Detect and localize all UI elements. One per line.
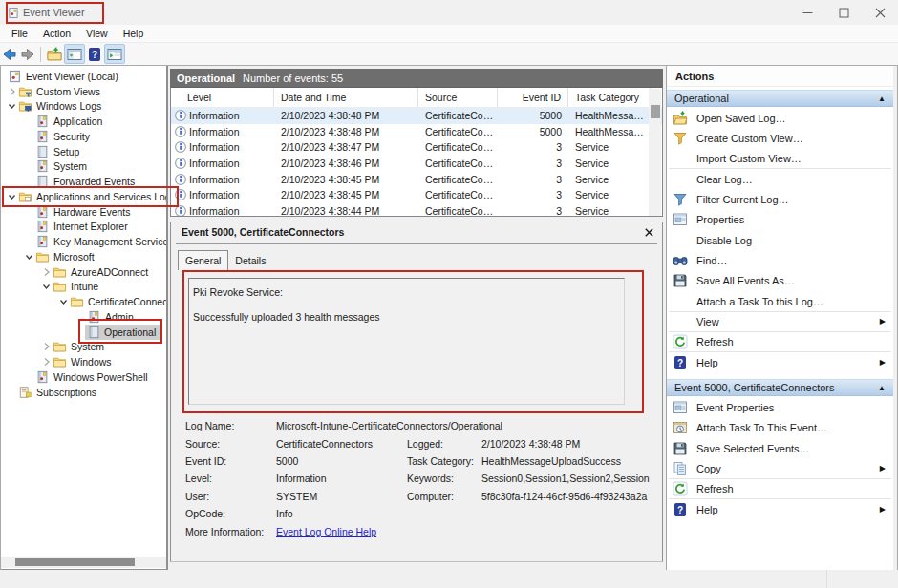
- maximize-button[interactable]: [825, 0, 862, 25]
- tree-item-forwarded-events[interactable]: Forwarded Events: [1, 174, 166, 189]
- tree-item-certificateconnectors[interactable]: CertificateConnectors: [1, 294, 166, 309]
- column-header-source[interactable]: Source: [418, 88, 498, 107]
- tree-expanded-icon[interactable]: [40, 280, 53, 293]
- action-copy[interactable]: Copy ▶: [667, 458, 893, 478]
- column-header-task[interactable]: Task Category: [568, 88, 651, 107]
- action-import-custom-view[interactable]: Import Custom View…: [667, 149, 893, 169]
- tree-expander-icon[interactable]: [23, 235, 35, 248]
- actions-section-header-operational[interactable]: Operational ▲: [667, 90, 893, 107]
- toolbar-console-tree-button[interactable]: [64, 44, 85, 64]
- action-attach-task-to-this-event[interactable]: Attach Task To This Event…: [667, 418, 893, 438]
- collapse-icon[interactable]: ▲: [878, 94, 886, 103]
- event-row[interactable]: Information 2/10/2023 4:38:45 PM Certifi…: [171, 171, 662, 187]
- preview-close-button[interactable]: [642, 225, 655, 239]
- action-save-selected-events[interactable]: Save Selected Events…: [667, 438, 893, 458]
- action-create-custom-view[interactable]: Create Custom View…: [667, 128, 893, 148]
- menu-view[interactable]: View: [84, 27, 110, 40]
- tree-expanded-icon[interactable]: [6, 99, 18, 113]
- close-button[interactable]: [862, 0, 898, 25]
- tree-horizontal-scrollbar[interactable]: [1, 556, 166, 568]
- tree-item-microsoft[interactable]: Microsoft: [1, 249, 166, 264]
- tree-expander-icon[interactable]: [23, 159, 35, 173]
- tree-item-azureadconnect[interactable]: AzureADConnect: [1, 264, 166, 280]
- tree-expander-icon[interactable]: [75, 310, 87, 324]
- tree-expander-icon[interactable]: [23, 115, 35, 128]
- tree-item-application[interactable]: Application: [1, 114, 166, 129]
- action-properties[interactable]: Properties: [667, 210, 893, 230]
- tree-item-windows[interactable]: Windows: [1, 354, 166, 369]
- action-refresh[interactable]: Refresh: [667, 332, 893, 352]
- menu-file[interactable]: File: [10, 27, 30, 40]
- tree-collapsed-icon[interactable]: [6, 85, 18, 98]
- tree-collapsed-icon[interactable]: [40, 340, 53, 353]
- action-attach-a-task-to-this-log[interactable]: Attach a Task To this Log…: [667, 291, 893, 311]
- tree-collapsed-icon[interactable]: [40, 355, 53, 368]
- action-open-saved-log[interactable]: Open Saved Log…: [667, 108, 893, 128]
- action-view[interactable]: View ▶: [667, 311, 893, 331]
- menu-action[interactable]: Action: [41, 27, 73, 40]
- tree-expanded-icon[interactable]: [23, 250, 35, 263]
- list-vertical-scrollbar[interactable]: [649, 89, 661, 216]
- tree-item-intune[interactable]: Intune: [1, 280, 166, 295]
- action-filter-current-log[interactable]: Filter Current Log…: [667, 189, 893, 209]
- event-row[interactable]: Information 2/10/2023 4:38:45 PM Certifi…: [171, 187, 662, 203]
- actions-section-header-event[interactable]: Event 5000, CertificateConnectors ▲: [667, 379, 893, 396]
- action-help[interactable]: Help ▶: [667, 352, 893, 372]
- tree-item-hardware-events[interactable]: Hardware Events: [1, 204, 166, 220]
- tree-expander-icon[interactable]: [23, 205, 35, 219]
- tree-item-label: Windows: [71, 356, 112, 368]
- tree-item-applications-and-services-logs[interactable]: Applications and Services Logs: [1, 189, 166, 204]
- event-row[interactable]: Information 2/10/2023 4:38:44 PM Certifi…: [171, 203, 662, 217]
- toolbar-help-book-button[interactable]: [86, 44, 103, 64]
- collapse-icon[interactable]: ▲: [878, 384, 886, 392]
- action-help[interactable]: Help ▶: [667, 499, 893, 519]
- event-message-line: Successfully uploaded 3 health messages: [193, 311, 624, 324]
- tree-item-key-management-service[interactable]: Key Management Service: [1, 234, 166, 249]
- tree-expanded-icon[interactable]: [57, 295, 70, 308]
- column-header-eventid[interactable]: Event ID: [498, 88, 568, 107]
- list-scrollbar-thumb[interactable]: [651, 105, 660, 118]
- event-row[interactable]: Information 2/10/2023 4:38:46 PM Certifi…: [171, 156, 662, 172]
- action-disable-log[interactable]: Disable Log: [667, 230, 893, 250]
- minimize-button[interactable]: [789, 0, 825, 25]
- tree-item-admin[interactable]: Admin: [1, 309, 166, 325]
- toolbar-export-folder-button[interactable]: [46, 44, 63, 64]
- event-row[interactable]: Information 2/10/2023 4:38:47 PM Certifi…: [171, 139, 662, 156]
- action-find[interactable]: Find…: [667, 250, 893, 270]
- column-header-date[interactable]: Date and Time: [274, 88, 418, 107]
- event-row[interactable]: Information 2/10/2023 4:38:48 PM Certifi…: [171, 124, 662, 140]
- tree-expander-icon[interactable]: [23, 370, 35, 384]
- tree-expander-icon[interactable]: [23, 130, 35, 143]
- tree-item-windows-powershell[interactable]: Windows PowerShell: [1, 369, 166, 385]
- action-refresh[interactable]: Refresh: [667, 479, 893, 499]
- tree-expander-icon[interactable]: [23, 145, 35, 158]
- tree-item-system[interactable]: System: [1, 340, 166, 355]
- action-event-properties[interactable]: Event Properties: [667, 397, 893, 417]
- event-log-online-help-link[interactable]: Event Log Online Help: [276, 526, 376, 537]
- toolbar-forward-arrow-button[interactable]: [19, 44, 36, 64]
- event-row[interactable]: Information 2/10/2023 4:38:48 PM Certifi…: [171, 108, 662, 124]
- tree-expanded-icon[interactable]: [6, 190, 18, 203]
- tree-collapsed-icon[interactable]: [40, 265, 53, 279]
- tree-item-windows-logs[interactable]: Windows Logs: [1, 99, 166, 115]
- menu-help[interactable]: Help: [121, 27, 146, 40]
- tree-expander-icon[interactable]: [6, 386, 18, 399]
- tree-item-event-viewer-local[interactable]: Event Viewer (Local): [1, 69, 166, 84]
- tree-scrollbar-thumb[interactable]: [15, 558, 135, 566]
- column-header-level[interactable]: Level: [171, 88, 274, 107]
- tree-item-custom-views[interactable]: Custom Views: [1, 84, 166, 99]
- tree-expander-icon[interactable]: [23, 220, 35, 233]
- action-save-all-events-as[interactable]: Save All Events As…: [667, 271, 893, 291]
- tree-item-system[interactable]: System: [1, 159, 166, 175]
- tree-item-operational[interactable]: Operational: [1, 325, 166, 340]
- tab-details[interactable]: Details: [228, 250, 272, 270]
- tree-item-security[interactable]: Security: [1, 129, 166, 144]
- toolbar-back-arrow-button[interactable]: [1, 44, 18, 64]
- toolbar-action-pane-button[interactable]: [104, 44, 125, 64]
- tree-item-setup[interactable]: Setup: [1, 144, 166, 159]
- tree-item-internet-explorer[interactable]: Internet Explorer: [1, 220, 166, 235]
- action-clear-log[interactable]: Clear Log…: [667, 169, 893, 189]
- tree-item-subscriptions[interactable]: Subscriptions: [1, 385, 166, 400]
- tab-general[interactable]: General: [178, 250, 228, 270]
- tree-expander-icon[interactable]: [23, 175, 35, 188]
